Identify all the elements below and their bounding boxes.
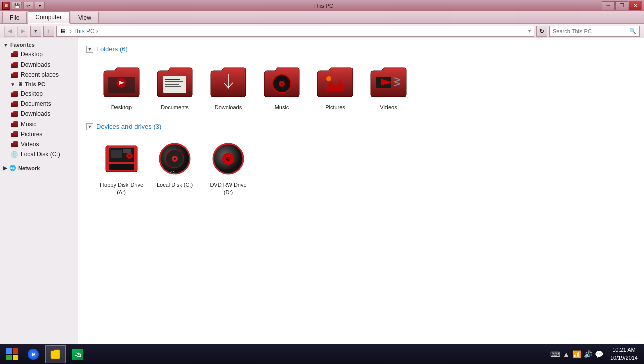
drives-title: Devices and drives (3) [96,123,161,130]
folder-downloads[interactable]: Downloads [203,58,253,114]
svg-point-35 [228,158,229,160]
main-layout: ▼ Favorites Desktop Downloads Recent pla… [0,38,644,353]
localdisk-c-icon: C: [155,139,195,179]
minimize-button[interactable]: ─ [602,1,615,10]
network-arrow: ▶ [3,165,7,171]
restore-button[interactable]: ❐ [615,1,628,10]
address-bar[interactable]: 🖥 › This PC › ▾ [56,26,534,37]
sidebar-item-downloads[interactable]: Downloads [0,109,78,119]
folder-desktop[interactable]: Desktop [96,58,147,114]
clock[interactable]: 10:21 AM 10/19/2014 [606,346,642,362]
taskbar-explorer[interactable] [45,345,66,363]
desktop-icon [10,90,18,98]
favorites-arrow: ▼ [3,42,8,48]
folder-downloads-icon [208,62,248,102]
window-controls: ─ ❐ ✕ [602,1,642,10]
drive-floppy[interactable]: Floppy Disk Drive (A:) [96,135,147,199]
folder-pictures-label: Pictures [325,104,345,111]
drive-c[interactable]: C: Local Disk (C:) [150,135,200,199]
sidebar-thispc-header[interactable]: ▼ 🖥 This PC [0,80,78,89]
sidebar-item-desktop[interactable]: Desktop [0,89,78,99]
network-tray-icon[interactable]: 📶 [572,350,581,358]
sidebar-item-recent-fav[interactable]: Recent places [0,70,78,80]
folder-documents-label: Documents [161,104,189,111]
quick-undo-btn[interactable]: ↩ [23,2,33,10]
svg-rect-22 [111,150,122,158]
search-input[interactable] [553,28,629,34]
svg-point-26 [128,155,131,157]
music-label: Music [21,120,36,128]
title-bar: 🖥 💾 ↩ ▾ This PC ─ ❐ ✕ [0,0,644,11]
desktop-label: Desktop [21,90,43,97]
sidebar-item-desktop-fav[interactable]: Desktop [0,49,78,59]
sidebar-item-downloads-fav[interactable]: Downloads [0,59,78,70]
address-sep2: › [96,28,98,35]
windows-logo [6,348,18,360]
pictures-icon [10,130,18,138]
folder-videos-label: Videos [380,104,397,111]
address-home-icon: 🖥 [60,28,66,35]
sidebar-item-music[interactable]: Music [0,119,78,129]
folders-toggle[interactable]: ▼ [86,46,93,53]
drive-dvd[interactable]: DVD RW Drive (D:) [203,135,253,199]
network-icon: 🌐 [9,165,16,171]
downloads-label: Downloads [21,110,50,117]
explorer-icon [50,349,61,360]
svg-point-13 [326,76,331,81]
floppy-drive-icon [101,139,142,179]
keyboard-icon[interactable]: ⌨ [550,350,560,358]
videos-icon [10,140,18,148]
taskbar-store[interactable]: 🛍 [68,345,88,363]
dropdown-button[interactable]: ▾ [30,26,41,37]
search-box[interactable]: 🔍 [549,26,640,37]
up-button[interactable]: ↑ [43,26,54,37]
thispc-arrow: ▼ [10,82,15,87]
thispc-header-label: This PC [25,81,45,87]
music-icon [10,120,18,128]
svg-text:C:: C: [170,170,175,176]
sidebar: ▼ Favorites Desktop Downloads Recent pla… [0,38,78,353]
clock-date: 10/19/2014 [610,354,638,362]
refresh-button[interactable]: ↻ [536,26,547,37]
folder-documents[interactable]: Documents [150,58,200,114]
sidebar-item-videos[interactable]: Videos [0,139,78,149]
drives-grid: Floppy Disk Drive (A:) C: [86,135,636,199]
sidebar-item-localdisk[interactable]: 💿 Local Disk (C:) [0,149,78,159]
sidebar-item-pictures[interactable]: Pictures [0,129,78,139]
chevron-up-icon[interactable]: ▲ [563,350,570,358]
quick-down-btn[interactable]: ▾ [35,2,45,10]
address-this-pc[interactable]: This PC [73,28,95,35]
search-icon[interactable]: 🔍 [629,28,636,34]
localdisk-label: Local Disk (C:) [21,151,60,158]
sidebar-network-header[interactable]: ▶ 🌐 Network [0,163,78,173]
notification-icon[interactable]: 💬 [595,350,603,358]
folder-music[interactable]: Music [256,58,307,114]
quick-save-btn[interactable]: 💾 [12,2,22,10]
documents-icon [10,100,18,108]
start-button[interactable] [2,344,22,365]
volume-icon[interactable]: 🔊 [584,350,592,358]
drives-toggle[interactable]: ▼ [86,123,93,130]
desktop-fav-label: Desktop [21,51,43,58]
svg-rect-6 [165,84,179,85]
sidebar-favorites-header[interactable]: ▼ Favorites [0,40,78,49]
sidebar-item-documents[interactable]: Documents [0,99,78,109]
folder-pictures[interactable]: Pictures [310,58,360,114]
taskbar-ie[interactable]: e [23,345,43,363]
forward-button[interactable]: ▶ [17,26,28,37]
folder-videos-icon [368,62,409,102]
folder-videos[interactable]: Videos [363,58,414,114]
svg-rect-24 [109,164,134,170]
svg-point-12 [281,83,283,85]
folders-title: Folders (6) [96,45,128,53]
address-dropdown-arrow[interactable]: ▾ [528,28,531,34]
ribbon-tabs: File Computer View [0,11,644,24]
tab-file[interactable]: File [2,12,27,23]
back-button[interactable]: ◀ [4,26,15,37]
tab-computer[interactable]: Computer [28,11,70,24]
svg-rect-4 [165,79,180,80]
close-button[interactable]: ✕ [629,1,642,10]
folder-downloads-label: Downloads [215,104,242,111]
downloads-icon [10,110,18,118]
tab-view[interactable]: View [71,12,99,23]
